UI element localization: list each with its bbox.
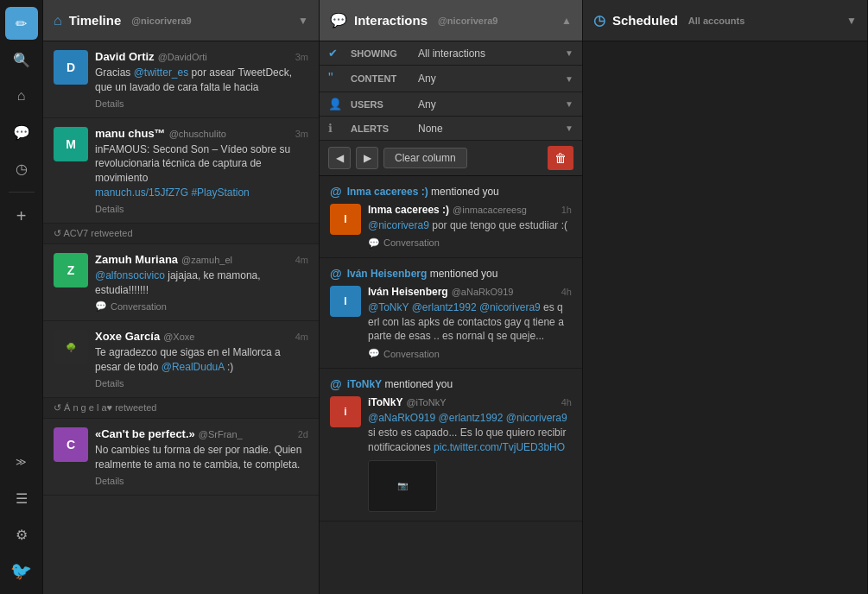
tweet-handle: @SrFran_ [199, 429, 243, 439]
scheduled-title: Scheduled [612, 13, 678, 28]
conversation-link[interactable]: 💬 Conversation [95, 300, 308, 312]
columns-area: ⌂ Timeline @nicorivera9 ▼ D David Ortiz … [43, 0, 868, 594]
tweet-time: 3m [295, 129, 308, 139]
clear-column-button[interactable]: Clear column [383, 148, 467, 168]
interaction-time: 1h [561, 205, 572, 215]
avatar: M [54, 127, 88, 161]
home-icon[interactable]: ⌂ [5, 79, 38, 112]
tweet-content: «Can't be perfect.» @SrFran_ 2d No cambi… [95, 427, 308, 486]
alerts-dropdown-icon[interactable]: ▼ [565, 123, 573, 133]
interactions-arrow[interactable]: ▲ [561, 15, 572, 27]
interaction-text-area: Inma cacerees :) @inmacacereesg 1h @nico… [368, 204, 572, 249]
conversation-link[interactable]: 💬 Conversation [368, 348, 572, 359]
content-dropdown-icon[interactable]: ▼ [565, 74, 573, 84]
at-icon: @ [330, 377, 342, 391]
users-value: Any [418, 98, 558, 111]
tweet-time: 3m [295, 52, 308, 62]
expand-icon[interactable]: ≫ [5, 446, 38, 478]
tweet-details[interactable]: Details [95, 378, 308, 389]
mention-text: Iván Heisenberg mentioned you [347, 268, 498, 280]
alerts-label: ALERTS [351, 123, 411, 134]
tweet-item[interactable]: M manu chus™ @chuschulito 3m inFAMOUS: S… [43, 118, 319, 224]
tweet-details[interactable]: Details [95, 98, 308, 109]
tweet-handle: @zamuh_el [181, 255, 232, 265]
at-icon: @ [330, 185, 342, 199]
interaction-item[interactable]: @ iToNkY mentioned you i iToNkY @iToNkY … [320, 369, 582, 521]
retweet-bar: ↺ Á n g e l a♥ retweeted [43, 398, 319, 419]
scheduled-arrow[interactable]: ▼ [846, 15, 857, 27]
tweet-name: Xoxe García [95, 330, 160, 343]
interactions-header: 💬 Interactions @nicorivera9 ▲ [320, 0, 582, 41]
timeline-arrow[interactable]: ▼ [298, 15, 308, 27]
tweet-handle: @DavidOrti [158, 52, 207, 62]
timeline-title: Timeline [69, 13, 122, 28]
retweet-bar: ↺ ACV7 retweeted [43, 224, 319, 244]
conversation-label: Conversation [383, 349, 440, 359]
conversation-icon: 💬 [368, 348, 380, 359]
tweet-item[interactable]: Z Zamuh Muriana @zamuh_el 4m @alfonsociv… [43, 244, 319, 322]
settings-icon[interactable]: ⚙ [5, 518, 38, 551]
interaction-time: 4h [561, 287, 572, 297]
tweet-details[interactable]: Details [95, 476, 308, 486]
tweet-item[interactable]: 🌳 Xoxe García @Xoxe 4m Te agradezco que … [43, 321, 319, 398]
avatar: D [54, 50, 88, 85]
users-dropdown-icon[interactable]: ▼ [565, 99, 573, 109]
avatar: i [330, 396, 361, 427]
conversation-link[interactable]: 💬 Conversation [368, 237, 572, 249]
at-icon: @ [330, 267, 342, 281]
add-column-icon[interactable]: + [5, 199, 38, 232]
prev-button[interactable]: ◀ [328, 147, 351, 169]
delete-column-button[interactable]: 🗑 [548, 146, 573, 170]
tweet-name: David Ortiz [95, 50, 155, 63]
avatar: C [54, 427, 88, 462]
compose-icon[interactable]: ✏ [5, 7, 38, 40]
tweet-image-thumbnail: 📷 [368, 460, 437, 512]
interactions-handle: @nicorivera9 [438, 16, 497, 26]
search-icon[interactable]: 🔍 [5, 43, 38, 76]
filter-content: " CONTENT Any ▼ [320, 66, 582, 92]
list-icon[interactable]: ☰ [5, 482, 38, 515]
interaction-name: Inma cacerees :) [368, 204, 449, 216]
timeline-icon: ⌂ [54, 13, 62, 28]
avatar: I [330, 286, 361, 317]
interactions-column: 💬 Interactions @nicorivera9 ▲ ✔ SHOWING … [320, 0, 583, 594]
interactions-title: Interactions [354, 13, 428, 28]
interaction-item[interactable]: @ Inma cacerees :) mentioned you I Inma … [320, 176, 582, 258]
tweet-name: Zamuh Muriana [95, 253, 178, 266]
quote-icon: " [328, 71, 344, 86]
scheduled-subtitle: All accounts [688, 16, 744, 26]
tweet-list: D David Ortiz @DavidOrti 3m Gracias @twi… [43, 41, 319, 594]
content-label: CONTENT [351, 73, 411, 84]
interactions-icon: 💬 [330, 12, 347, 28]
tweet-content: David Ortiz @DavidOrti 3m Gracias @twitt… [95, 50, 308, 109]
tweet-details[interactable]: Details [95, 204, 308, 214]
interaction-body: I Iván Heisenberg @aNaRkO919 4h @ToNkY @… [330, 286, 572, 359]
showing-dropdown-icon[interactable]: ▼ [565, 48, 573, 58]
mention-bar: @ Iván Heisenberg mentioned you [330, 267, 572, 281]
messages-icon[interactable]: 💬 [5, 116, 38, 148]
interaction-body: i iToNkY @iToNkY 4h @aNaRkO919 @erlantz1… [330, 396, 572, 511]
tweet-item[interactable]: D David Ortiz @DavidOrti 3m Gracias @twi… [43, 41, 319, 118]
tweet-item[interactable]: C «Can't be perfect.» @SrFran_ 2d No cam… [43, 419, 319, 496]
conversation-icon: 💬 [368, 237, 380, 249]
interaction-name: Iván Heisenberg [368, 286, 448, 298]
next-button[interactable]: ▶ [356, 147, 378, 169]
mention-text: Inma cacerees :) mentioned you [347, 186, 499, 198]
avatar: 🌳 [54, 330, 88, 364]
twitter-icon[interactable]: 🐦 [5, 554, 38, 587]
scheduled-icon: ◷ [593, 12, 605, 28]
tweet-time: 4m [295, 332, 308, 342]
interaction-body-text: @aNaRkO919 @erlantz1992 @nicorivera9 si … [368, 411, 572, 454]
interaction-text-area: Iván Heisenberg @aNaRkO919 4h @ToNkY @er… [368, 286, 572, 359]
avatar: I [330, 204, 361, 235]
history-icon[interactable]: ◷ [5, 152, 38, 185]
tweet-text: @alfonsocivico jajajaa, ke mamona, estud… [95, 269, 308, 298]
scheduled-column: ◷ Scheduled All accounts ▼ [583, 0, 868, 594]
mention-bar: @ iToNkY mentioned you [330, 377, 572, 391]
sidebar: ✏ 🔍 ⌂ 💬 ◷ + ≫ ☰ ⚙ 🐦 [0, 0, 43, 594]
conversation-label: Conversation [383, 237, 440, 248]
interactions-list: @ Inma cacerees :) mentioned you I Inma … [320, 176, 582, 594]
content-value: Any [418, 73, 558, 85]
interaction-item[interactable]: @ Iván Heisenberg mentioned you I Iván H… [320, 258, 582, 369]
tweet-handle: @Xoxe [163, 332, 194, 342]
